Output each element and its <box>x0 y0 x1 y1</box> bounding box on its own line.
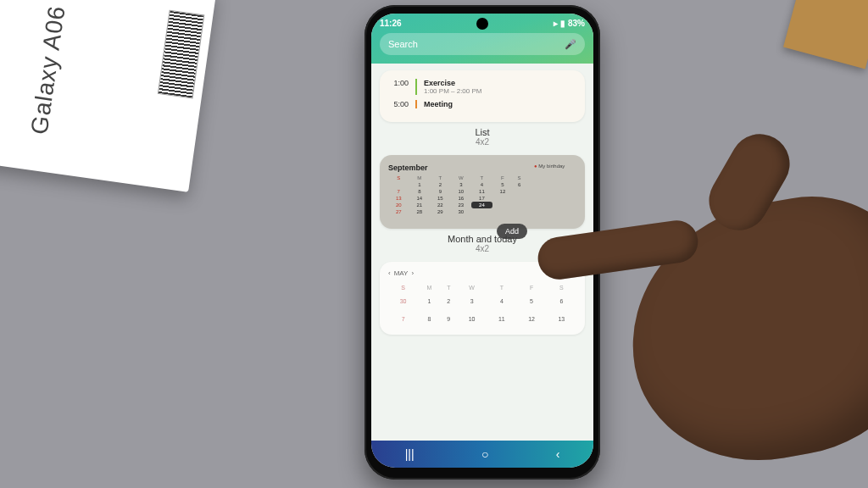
month-side-events: ● My birthday <box>534 164 576 215</box>
back-button[interactable]: ‹ <box>556 447 560 461</box>
phone-frame: 11:26 ▸ ▮ 83% Search 🎤 1:00 Exercis <box>364 5 600 480</box>
search-placeholder: Search <box>388 39 418 49</box>
event-color-bar <box>415 79 417 95</box>
list-item: 1:00 Exercise 1:00 PM – 2:00 PM <box>390 79 575 95</box>
signal-icon: ▮ <box>560 19 565 28</box>
status-time: 11:26 <box>380 19 402 28</box>
navigation-bar: ||| ○ ‹ <box>371 441 593 468</box>
chevron-left-icon[interactable]: ‹ <box>388 269 391 277</box>
wood-prop <box>783 0 868 69</box>
product-box: Galaxy A06 <box>0 0 216 192</box>
widget-caption: List 4x2 <box>380 127 585 147</box>
event-color-bar <box>415 100 417 108</box>
product-box-label: Galaxy A06 <box>26 3 71 136</box>
today-icon[interactable]: ▢ <box>570 269 576 277</box>
widget-google-cal[interactable]: ‹ MAY › ＋ ▢ SMTWTFS 30123456 78910111213 <box>380 262 585 335</box>
home-button[interactable]: ○ <box>481 447 488 461</box>
recents-button[interactable]: ||| <box>405 447 415 461</box>
search-input[interactable]: Search 🎤 <box>380 33 585 55</box>
gcal-month: MAY <box>394 269 409 277</box>
barcode-sticker <box>158 10 205 99</box>
plus-icon[interactable]: ＋ <box>561 269 568 277</box>
camera-notch <box>476 18 488 30</box>
widget-month-today[interactable]: September SMTWTFS 123456 789101112 13141… <box>380 155 585 229</box>
widget-caption: Month and today 4x2 <box>380 234 585 253</box>
voice-icon[interactable]: 🎤 <box>565 39 576 50</box>
list-item: 5:00 Meeting <box>390 100 575 108</box>
widget-list[interactable]: 1:00 Exercise 1:00 PM – 2:00 PM 5:00 Mee… <box>380 70 585 122</box>
add-button[interactable]: Add <box>497 224 527 239</box>
month-title: September <box>388 164 526 172</box>
phone-screen: 11:26 ▸ ▮ 83% Search 🎤 1:00 Exercis <box>371 14 593 468</box>
status-battery: 83% <box>568 19 585 28</box>
wifi-icon: ▸ <box>554 19 558 28</box>
chevron-right-icon[interactable]: › <box>411 269 414 277</box>
